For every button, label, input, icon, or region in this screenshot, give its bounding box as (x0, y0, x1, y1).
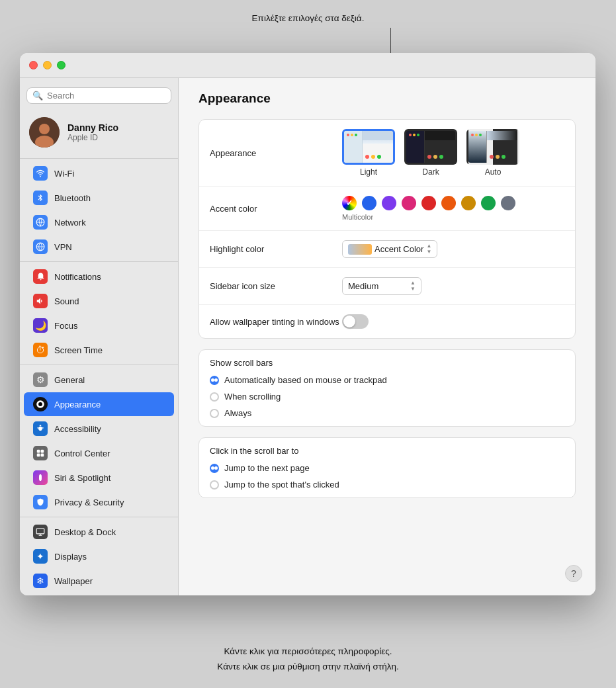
scroll-next-page-label: Jump to the next page (224, 463, 310, 473)
sidebar-label-appearance: Appearance (54, 400, 101, 409)
panel-title: Appearance (198, 91, 576, 106)
dark-content-dots (427, 155, 443, 159)
sidebar-label-focus: Focus (54, 321, 77, 331)
user-profile[interactable]: Danny Rico Apple ID (20, 110, 178, 154)
accent-color-row: Accent color (199, 187, 575, 231)
accent-swatch-multicolor[interactable] (342, 196, 357, 210)
sidebar-label-wallpaper: Wallpaper (54, 576, 93, 586)
accent-swatch-gray[interactable] (501, 196, 515, 210)
wallpaper-tinting-toggle[interactable] (342, 314, 369, 329)
notifications-icon (33, 269, 48, 284)
sidebar-item-vpn[interactable]: VPN (24, 235, 174, 259)
highlight-color-select[interactable]: Accent Color ▲ ▼ (342, 240, 437, 258)
screentime-icon: ⏱ (33, 343, 48, 357)
auto-dot-r (471, 134, 474, 136)
wifi-icon (33, 166, 48, 181)
highlight-color-control: Accent Color ▲ ▼ (342, 240, 564, 258)
main-panel: Appearance Appearance (179, 78, 595, 595)
auto-cd-r (490, 155, 494, 159)
content-dot-green (377, 155, 381, 159)
sidebar-label-displays: Displays (54, 552, 87, 562)
sidebar-item-privacy[interactable]: Privacy & Security (24, 490, 174, 514)
appearance-option-dark[interactable]: Dark (404, 129, 457, 177)
sidebar-item-accessibility[interactable]: Accessibility (24, 417, 174, 441)
search-box[interactable]: 🔍 (26, 87, 171, 104)
titlebar (20, 53, 595, 78)
top-annotation-text: Επιλέξτε επιλογές στα δεξιά. (252, 13, 365, 23)
accent-swatch-blue[interactable] (362, 196, 376, 210)
appearance-option-auto[interactable]: Auto (466, 129, 519, 177)
scrollbars-section: Show scroll bars Automatically based on … (198, 349, 576, 427)
accent-swatch-purple[interactable] (382, 196, 396, 210)
sidebar-item-screentime[interactable]: ⏱ Screen Time (24, 338, 174, 362)
accent-color-control: Multicolor (342, 196, 564, 221)
auto-header (487, 131, 517, 140)
sound-icon (33, 294, 48, 308)
dark-dot-g (417, 134, 419, 136)
accent-swatch-green[interactable] (481, 196, 496, 210)
sidebar-item-notifications[interactable]: Notifications (24, 265, 174, 288)
wallpaper-tinting-label: Allow wallpaper tinting in windows (210, 317, 342, 327)
appearance-option-light[interactable]: Light (342, 129, 395, 177)
search-input[interactable] (47, 91, 165, 101)
scrollbars-always-row[interactable]: Always (199, 405, 575, 426)
sidebar: 🔍 Danny Rico (20, 78, 179, 595)
highlight-color-label: Highlight color (210, 244, 342, 254)
svg-rect-10 (41, 450, 44, 453)
scrollbars-auto-radio[interactable] (210, 376, 219, 385)
dark-thumb-dots (409, 134, 419, 136)
traffic-lights (29, 61, 66, 69)
sidebar-item-wifi[interactable]: Wi-Fi (24, 161, 174, 185)
sidebar-item-desktop[interactable]: Desktop & Dock (24, 520, 174, 544)
wallpaper-tinting-row: Allow wallpaper tinting in windows (199, 305, 575, 338)
sidebar-item-wallpaper[interactable]: ❄ Wallpaper (24, 569, 174, 593)
sidebar-item-controlcenter[interactable]: Control Center (24, 441, 174, 465)
sidebar-item-general[interactable]: ⚙ General (24, 368, 174, 392)
sidebar-item-appearance[interactable]: Appearance (24, 392, 174, 416)
scroll-next-page-radio[interactable] (210, 464, 219, 473)
bottom-line2: Κάντε κλικ σε μια ρύθμιση στην πλαϊνή στ… (0, 660, 616, 675)
wallpaper-tinting-control (342, 314, 564, 329)
accessibility-icon (33, 421, 48, 436)
sidebar-label-bluetooth: Bluetooth (54, 193, 91, 203)
help-button[interactable]: ? (565, 565, 582, 582)
sidebar-divider-2 (20, 261, 178, 262)
auto-dot-y (475, 134, 478, 136)
window: 🔍 Danny Rico (20, 53, 595, 595)
minimize-button[interactable] (43, 61, 52, 69)
sidebar-icon-size-select[interactable]: Medium ▲ ▼ (342, 277, 421, 295)
scroll-spot-row[interactable]: Jump to the spot that's clicked (199, 476, 575, 497)
desktop-icon (33, 525, 48, 539)
dark-cd-g (439, 155, 443, 159)
sidebar-item-displays[interactable]: ✦ Displays (24, 544, 174, 568)
accent-swatch-red[interactable] (421, 196, 436, 210)
scroll-next-page-row[interactable]: Jump to the next page (199, 460, 575, 476)
sidebar-label-general: General (54, 375, 85, 385)
scroll-spot-radio[interactable] (210, 480, 219, 490)
accent-swatch-yellow[interactable] (461, 196, 476, 210)
sidebar-item-sound[interactable]: Sound (24, 289, 174, 313)
scrollbars-scrolling-row[interactable]: When scrolling (199, 388, 575, 405)
sidebar-item-bluetooth[interactable]: Bluetooth (24, 186, 174, 210)
scroll-click-label: Click in the scroll bar to (199, 438, 575, 460)
thumb-dot-red (347, 134, 349, 136)
radio-inner-2 (211, 466, 214, 470)
sidebar-item-focus[interactable]: 🌙 Focus (24, 314, 174, 337)
sidebar-item-network[interactable]: Network (24, 210, 174, 234)
scrollbars-scrolling-radio[interactable] (210, 392, 219, 402)
accent-swatch-orange[interactable] (441, 196, 456, 210)
scrollbars-always-radio[interactable] (210, 409, 219, 418)
scrollbars-auto-row[interactable]: Automatically based on mouse or trackpad (199, 372, 575, 388)
close-button[interactable] (29, 61, 38, 69)
user-name: Danny Rico (67, 122, 118, 133)
accent-swatch-pink[interactable] (402, 196, 416, 210)
auto-dot-g (479, 134, 482, 136)
general-icon: ⚙ (33, 372, 48, 387)
toggle-knob (343, 316, 355, 327)
maximize-button[interactable] (57, 61, 66, 69)
svg-point-8 (40, 425, 41, 426)
sidebar-item-siri[interactable]: Siri & Spotlight (24, 466, 174, 490)
search-icon: 🔍 (32, 91, 43, 101)
sidebar-label-screentime: Screen Time (54, 345, 103, 355)
dark-thumbnail (404, 129, 457, 165)
